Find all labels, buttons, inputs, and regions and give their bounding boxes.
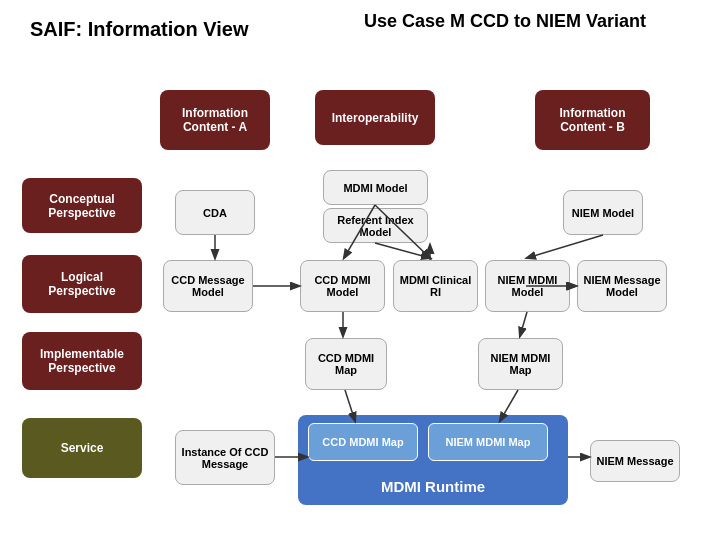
svg-line-5 xyxy=(527,235,603,258)
page: SAIF: Information View Use Case M CCD to… xyxy=(0,0,720,540)
mdmi-model: MDMI Model xyxy=(323,170,428,205)
svg-line-8 xyxy=(520,312,527,336)
title-right: Use Case M CCD to NIEM Variant xyxy=(310,10,700,33)
interoperability-header: Interoperability xyxy=(315,90,435,145)
implementable-perspective-label: Implementable Perspective xyxy=(22,332,142,390)
niem-model-top: NIEM Model xyxy=(563,190,643,235)
niem-mdmi-model: NIEM MDMI Model xyxy=(485,260,570,312)
info-content-a-header: Information Content - A xyxy=(160,90,270,150)
mdmi-clinical-ri: MDMI Clinical RI xyxy=(393,260,478,312)
ccd-mdmi-map-mid: CCD MDMI Map xyxy=(305,338,387,390)
niem-mdmi-map-bottom: NIEM MDMI Map xyxy=(428,423,548,461)
ccd-mdmi-model: CCD MDMI Model xyxy=(300,260,385,312)
title-left: SAIF: Information View xyxy=(30,18,249,41)
ccd-message-model: CCD Message Model xyxy=(163,260,253,312)
niem-mdmi-map-mid: NIEM MDMI Map xyxy=(478,338,563,390)
ccd-mdmi-map-bottom: CCD MDMI Map xyxy=(308,423,418,461)
niem-message: NIEM Message xyxy=(590,440,680,482)
logical-perspective-label: Logical Perspective xyxy=(22,255,142,313)
cda-box: CDA xyxy=(175,190,255,235)
referent-index-model: Referent Index Model xyxy=(323,208,428,243)
info-content-b-header: Information Content - B xyxy=(535,90,650,150)
mdmi-runtime-label: MDMI Runtime xyxy=(298,478,568,495)
conceptual-perspective-label: Conceptual Perspective xyxy=(22,178,142,233)
service-label: Service xyxy=(22,418,142,478)
instance-ccd-message: Instance Of CCD Message xyxy=(175,430,275,485)
niem-message-model: NIEM Message Model xyxy=(577,260,667,312)
svg-line-4 xyxy=(375,243,430,258)
